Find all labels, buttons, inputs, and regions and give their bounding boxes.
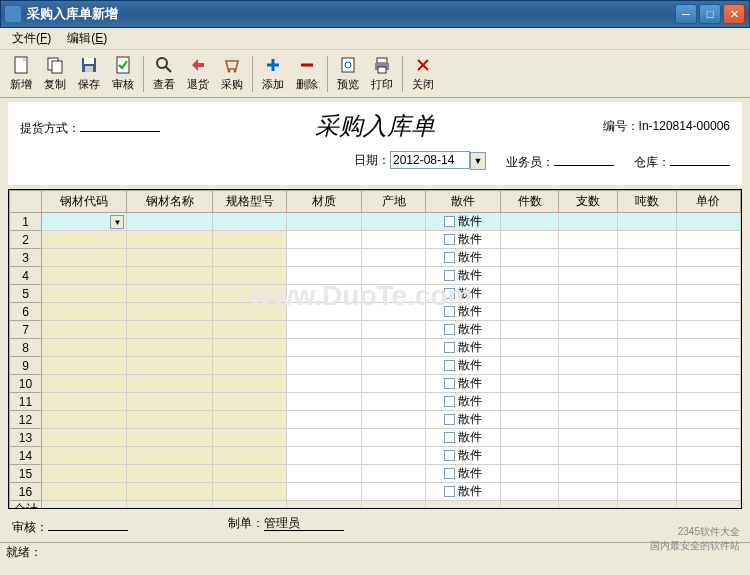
origin-cell[interactable] bbox=[362, 375, 426, 393]
scatter-checkbox[interactable] bbox=[444, 486, 455, 497]
mat-cell[interactable] bbox=[287, 357, 362, 375]
price-cell[interactable] bbox=[676, 303, 740, 321]
scatter-cell[interactable]: 散件 bbox=[426, 429, 501, 447]
ton-cell[interactable] bbox=[618, 285, 677, 303]
scatter-checkbox[interactable] bbox=[444, 414, 455, 425]
code-cell[interactable] bbox=[42, 339, 127, 357]
spec-cell[interactable] bbox=[212, 465, 287, 483]
row-number[interactable]: 14 bbox=[10, 447, 42, 465]
date-dropdown[interactable]: ▼ bbox=[470, 152, 486, 170]
count-cell[interactable] bbox=[559, 267, 618, 285]
mat-cell[interactable] bbox=[287, 483, 362, 501]
mat-cell[interactable] bbox=[287, 285, 362, 303]
code-cell[interactable]: ▼ bbox=[42, 213, 127, 231]
spec-cell[interactable] bbox=[212, 447, 287, 465]
ton-cell[interactable] bbox=[618, 465, 677, 483]
cell-dropdown[interactable]: ▼ bbox=[110, 215, 124, 229]
col-header[interactable]: 材质 bbox=[287, 191, 362, 213]
count-cell[interactable] bbox=[559, 213, 618, 231]
row-number[interactable]: 11 bbox=[10, 393, 42, 411]
code-cell[interactable] bbox=[42, 465, 127, 483]
origin-cell[interactable] bbox=[362, 465, 426, 483]
price-cell[interactable] bbox=[676, 249, 740, 267]
ton-cell[interactable] bbox=[618, 249, 677, 267]
view-button[interactable]: 查看 bbox=[147, 52, 181, 96]
menu-edit[interactable]: 编辑(E) bbox=[59, 28, 115, 49]
origin-cell[interactable] bbox=[362, 483, 426, 501]
mat-cell[interactable] bbox=[287, 375, 362, 393]
scatter-cell[interactable]: 散件 bbox=[426, 411, 501, 429]
spec-cell[interactable] bbox=[212, 375, 287, 393]
pieces-cell[interactable] bbox=[500, 267, 559, 285]
code-cell[interactable] bbox=[42, 321, 127, 339]
price-cell[interactable] bbox=[676, 267, 740, 285]
scatter-cell[interactable]: 散件 bbox=[426, 339, 501, 357]
code-cell[interactable] bbox=[42, 375, 127, 393]
mat-cell[interactable] bbox=[287, 429, 362, 447]
scatter-checkbox[interactable] bbox=[444, 270, 455, 281]
price-cell[interactable] bbox=[676, 231, 740, 249]
save-button[interactable]: 保存 bbox=[72, 52, 106, 96]
scatter-checkbox[interactable] bbox=[444, 234, 455, 245]
pieces-cell[interactable] bbox=[500, 411, 559, 429]
scatter-checkbox[interactable] bbox=[444, 378, 455, 389]
price-cell[interactable] bbox=[676, 321, 740, 339]
origin-cell[interactable] bbox=[362, 393, 426, 411]
origin-cell[interactable] bbox=[362, 321, 426, 339]
name-cell[interactable] bbox=[127, 303, 212, 321]
pieces-cell[interactable] bbox=[500, 483, 559, 501]
name-cell[interactable] bbox=[127, 429, 212, 447]
mat-cell[interactable] bbox=[287, 213, 362, 231]
count-cell[interactable] bbox=[559, 339, 618, 357]
mat-cell[interactable] bbox=[287, 231, 362, 249]
code-cell[interactable] bbox=[42, 249, 127, 267]
count-cell[interactable] bbox=[559, 393, 618, 411]
origin-cell[interactable] bbox=[362, 285, 426, 303]
date-input[interactable] bbox=[390, 151, 470, 169]
name-cell[interactable] bbox=[127, 357, 212, 375]
spec-cell[interactable] bbox=[212, 285, 287, 303]
mat-cell[interactable] bbox=[287, 303, 362, 321]
row-number[interactable]: 10 bbox=[10, 375, 42, 393]
mat-cell[interactable] bbox=[287, 393, 362, 411]
mat-cell[interactable] bbox=[287, 411, 362, 429]
spec-cell[interactable] bbox=[212, 321, 287, 339]
scatter-cell[interactable]: 散件 bbox=[426, 375, 501, 393]
scatter-cell[interactable]: 散件 bbox=[426, 321, 501, 339]
ton-cell[interactable] bbox=[618, 483, 677, 501]
minimize-button[interactable]: ─ bbox=[675, 4, 697, 24]
name-cell[interactable] bbox=[127, 267, 212, 285]
purchase-button[interactable]: 采购 bbox=[215, 52, 249, 96]
pieces-cell[interactable] bbox=[500, 393, 559, 411]
count-cell[interactable] bbox=[559, 483, 618, 501]
pieces-cell[interactable] bbox=[500, 375, 559, 393]
table-row[interactable]: 15 散件 bbox=[10, 465, 741, 483]
scatter-cell[interactable]: 散件 bbox=[426, 249, 501, 267]
ton-cell[interactable] bbox=[618, 321, 677, 339]
ton-cell[interactable] bbox=[618, 375, 677, 393]
table-row[interactable]: 8 散件 bbox=[10, 339, 741, 357]
row-number[interactable]: 6 bbox=[10, 303, 42, 321]
scatter-cell[interactable]: 散件 bbox=[426, 393, 501, 411]
warehouse-field[interactable] bbox=[670, 150, 730, 166]
table-row[interactable]: 10 散件 bbox=[10, 375, 741, 393]
ton-cell[interactable] bbox=[618, 357, 677, 375]
row-number[interactable]: 2 bbox=[10, 231, 42, 249]
col-header[interactable]: 散件 bbox=[426, 191, 501, 213]
row-number[interactable]: 7 bbox=[10, 321, 42, 339]
scatter-checkbox[interactable] bbox=[444, 288, 455, 299]
scatter-checkbox[interactable] bbox=[444, 216, 455, 227]
name-cell[interactable] bbox=[127, 321, 212, 339]
spec-cell[interactable] bbox=[212, 249, 287, 267]
col-header[interactable]: 单价 bbox=[676, 191, 740, 213]
count-cell[interactable] bbox=[559, 465, 618, 483]
close-button[interactable]: ✕ bbox=[723, 4, 745, 24]
spec-cell[interactable] bbox=[212, 411, 287, 429]
maximize-button[interactable]: □ bbox=[699, 4, 721, 24]
name-cell[interactable] bbox=[127, 393, 212, 411]
code-cell[interactable] bbox=[42, 447, 127, 465]
ton-cell[interactable] bbox=[618, 447, 677, 465]
pickup-field[interactable] bbox=[80, 116, 160, 132]
pieces-cell[interactable] bbox=[500, 213, 559, 231]
code-cell[interactable] bbox=[42, 303, 127, 321]
